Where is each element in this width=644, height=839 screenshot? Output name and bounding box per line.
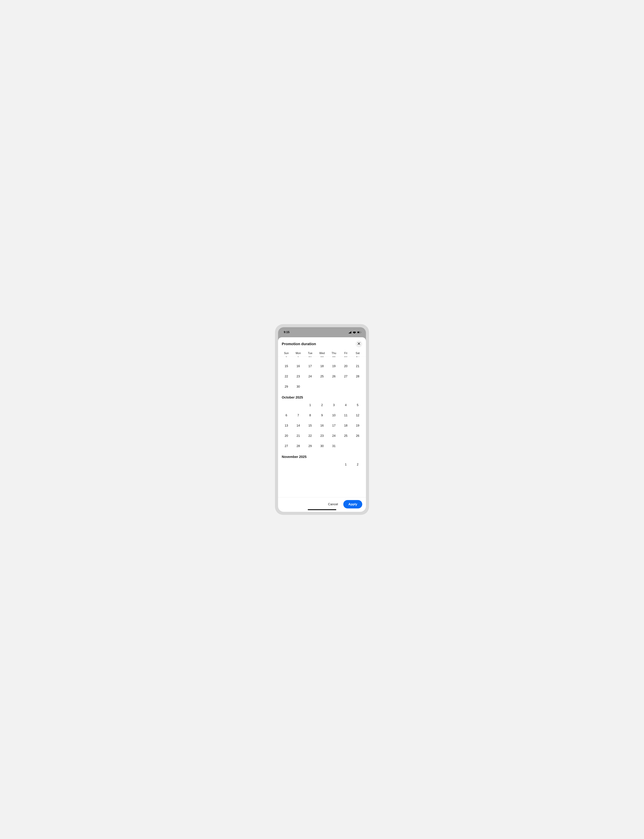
day[interactable]: 21 [292,433,304,439]
day[interactable]: 26 [352,433,363,439]
day-empty [316,462,328,467]
day[interactable]: 21 [352,364,363,369]
day-empty [281,402,292,408]
day[interactable]: 9 [292,357,304,359]
sheet-title: Promotion duration [282,342,316,346]
day[interactable]: 28 [292,443,304,449]
wifi-icon [353,331,356,334]
month-label-october: October 2025 [278,390,366,402]
day[interactable]: 15 [281,364,292,369]
day[interactable]: 9 [316,413,328,418]
device-screen: 9:15 Promotion duration [278,327,366,512]
close-icon [357,342,360,346]
day-empty [304,462,316,467]
close-button[interactable] [356,341,362,347]
day[interactable]: 19 [328,364,340,369]
day[interactable]: 18 [340,423,352,428]
day[interactable]: 24 [328,433,340,439]
day[interactable]: 14 [292,423,304,428]
day[interactable]: 11 [340,413,352,418]
svg-rect-1 [358,332,360,333]
day-empty [304,384,316,390]
weekday-fri: Fri [340,352,352,355]
day[interactable]: 10 [328,413,340,418]
battery-icon [357,331,361,334]
day[interactable]: 10 [304,357,316,359]
day[interactable]: 29 [281,384,292,390]
day[interactable]: 30 [292,384,304,390]
weekday-mon: Mon [292,352,304,355]
day[interactable]: 27 [340,374,352,379]
day[interactable]: 12 [328,357,340,359]
day[interactable]: 15 [304,423,316,428]
cancel-button[interactable]: Cancel [326,501,340,508]
weekday-wed: Wed [316,352,328,355]
day[interactable]: 1 [340,462,352,467]
day[interactable]: 8 [304,413,316,418]
day[interactable]: 20 [340,364,352,369]
day-empty [281,462,292,467]
device-frame: 9:15 Promotion duration [275,324,369,515]
weekday-header: Sun Mon Tue Wed Thu Fri Sat [278,349,366,357]
day[interactable]: 17 [328,423,340,428]
day[interactable]: 30 [316,443,328,449]
day[interactable]: 28 [352,374,363,379]
month-november-grid: 1 2 [278,462,366,467]
day-empty [328,462,340,467]
day[interactable]: 5 [352,402,363,408]
day-empty [328,384,340,390]
day[interactable]: 26 [328,374,340,379]
cellular-icon [348,331,352,334]
day-empty [316,384,328,390]
day[interactable]: 29 [304,443,316,449]
day[interactable]: 24 [304,374,316,379]
day-empty [340,384,352,390]
day[interactable]: 11 [316,357,328,359]
month-prev-grid: 8 9 10 11 12 13 14 15 16 17 18 19 20 21 … [278,357,366,390]
day[interactable]: 23 [316,433,328,439]
day[interactable]: 31 [328,443,340,449]
weekday-tue: Tue [304,352,316,355]
day[interactable]: 20 [281,433,292,439]
day[interactable]: 6 [281,413,292,418]
calendar-scroll[interactable]: 8 9 10 11 12 13 14 15 16 17 18 19 20 21 … [278,357,366,497]
svg-rect-2 [361,332,361,333]
day-empty [352,384,363,390]
day[interactable]: 23 [292,374,304,379]
apply-button[interactable]: Apply [343,500,362,508]
day[interactable]: 1 [304,402,316,408]
day[interactable]: 22 [281,374,292,379]
home-indicator [308,509,336,510]
day[interactable]: 18 [316,364,328,369]
day[interactable]: 22 [304,433,316,439]
day[interactable]: 16 [292,364,304,369]
day[interactable]: 4 [340,402,352,408]
day[interactable]: 8 [281,357,292,359]
day[interactable]: 25 [340,433,352,439]
status-icons [348,331,361,334]
day[interactable]: 17 [304,364,316,369]
day[interactable]: 2 [352,462,363,467]
day[interactable]: 25 [316,374,328,379]
status-bar: 9:15 [278,327,366,337]
month-label-november: November 2025 [278,449,366,462]
day[interactable]: 12 [352,413,363,418]
day[interactable]: 2 [316,402,328,408]
day[interactable]: 27 [281,443,292,449]
bottom-sheet: Promotion duration Sun Mon Tue Wed Thu F… [278,337,366,512]
day[interactable]: 16 [316,423,328,428]
day[interactable]: 19 [352,423,363,428]
weekday-sat: Sat [352,352,363,355]
day-empty [292,402,304,408]
day-empty [352,443,363,449]
day[interactable]: 7 [292,413,304,418]
day[interactable]: 13 [281,423,292,428]
sheet-header: Promotion duration [278,337,366,349]
weekday-thu: Thu [328,352,340,355]
day[interactable]: 3 [328,402,340,408]
day-empty [340,443,352,449]
day[interactable]: 14 [352,357,363,359]
status-time: 9:15 [284,331,289,334]
day[interactable]: 13 [340,357,352,359]
month-october-grid: 1 2 3 4 5 6 7 8 9 10 11 12 13 14 15 16 [278,402,366,449]
